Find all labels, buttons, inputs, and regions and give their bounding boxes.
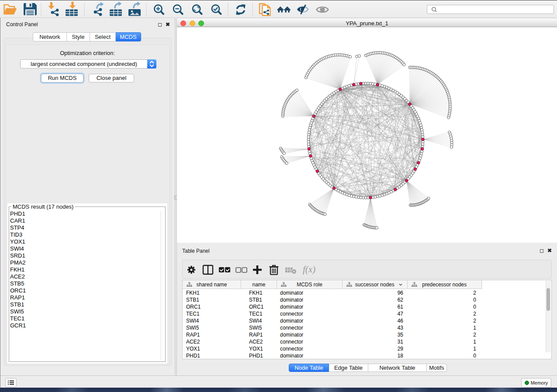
svg-text:f(x): f(x)	[303, 264, 315, 275]
